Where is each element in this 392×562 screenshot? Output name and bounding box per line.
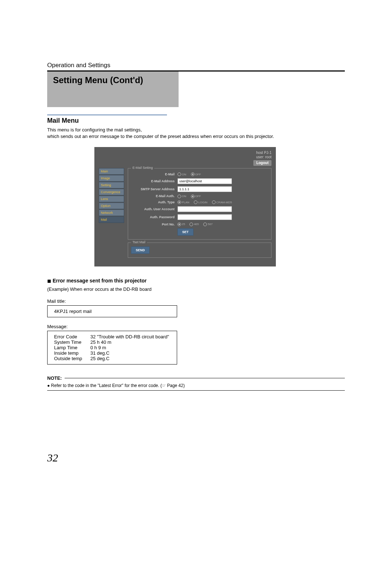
mail-menu-ui: host PJ-1 user: root Logout Main Image S… bbox=[94, 147, 276, 266]
set-button[interactable]: SET bbox=[177, 228, 193, 236]
note-label: NOTE: bbox=[47, 375, 62, 381]
auth-login-radio[interactable] bbox=[194, 200, 197, 204]
error-message-heading: ■Error message sent from this projector bbox=[47, 277, 345, 285]
email-address-label: E-Mail Address bbox=[131, 179, 177, 183]
nav-network[interactable]: Network bbox=[99, 209, 124, 216]
auth-user-input[interactable] bbox=[177, 206, 232, 212]
host-label: host PJ-1 bbox=[256, 151, 271, 155]
mail-title-box: 4KPJ1 report mail bbox=[47, 305, 177, 317]
port-label: Port No. bbox=[131, 223, 177, 226]
auth-plan-radio[interactable] bbox=[177, 200, 181, 204]
note-body: ● Refer to the code in the "Latest Error… bbox=[47, 381, 345, 391]
breadcrumb: Operation and Settings bbox=[47, 62, 345, 69]
nav-convergence[interactable]: Convergence bbox=[99, 189, 124, 195]
mail-title-label: Mail title: bbox=[47, 298, 345, 304]
auth-cram-radio[interactable] bbox=[212, 200, 216, 204]
auth-user-label: Auth. User Account bbox=[131, 207, 177, 211]
smtp-input[interactable] bbox=[177, 186, 232, 192]
square-bullet-icon: ■ bbox=[47, 277, 51, 285]
ui-header: host PJ-1 user: root Logout bbox=[99, 151, 271, 166]
message-row: Inside temp31 deg.C bbox=[54, 350, 170, 356]
logout-button[interactable]: Logout bbox=[253, 160, 271, 166]
nav-main[interactable]: Main bbox=[99, 168, 124, 175]
send-button[interactable]: SEND bbox=[131, 247, 150, 254]
nav-mail[interactable]: Mail bbox=[99, 216, 124, 223]
test-mail-legend: Tset Mail bbox=[131, 240, 147, 244]
email-on-radio[interactable] bbox=[177, 172, 181, 176]
page-number: 32 bbox=[47, 452, 58, 464]
email-setting-fieldset: E-Mail Setting E-Mail ON OFF E-Mail Addr… bbox=[128, 168, 271, 240]
message-row: Error Code32 "Trouble with DD-RB circuit… bbox=[54, 334, 170, 339]
user-label: user: root bbox=[256, 155, 271, 159]
smtp-label: SMTP Server Address bbox=[131, 187, 177, 191]
page-title: Setting Menu (Cont'd) bbox=[53, 75, 173, 85]
email-auth-label: E-Mail Auth. bbox=[131, 194, 177, 198]
message-row: Lamp Time0 h 9 m bbox=[54, 345, 170, 350]
nav-lens[interactable]: Lens bbox=[99, 196, 124, 202]
message-row: System Time25 h 40 m bbox=[54, 339, 170, 345]
auth-type-label: Auth. Type bbox=[131, 200, 177, 204]
note-line bbox=[65, 378, 345, 378]
auth-password-input[interactable] bbox=[177, 214, 232, 220]
email-setting-legend: E-Mail Setting bbox=[131, 166, 154, 170]
message-row: Outside temp25 deg.C bbox=[54, 356, 170, 361]
example-text: (Example) When error occurs at the DD-RB… bbox=[47, 286, 345, 292]
port-587-radio[interactable] bbox=[203, 223, 207, 226]
email-off-radio[interactable] bbox=[191, 172, 195, 176]
email-label: E-Mail bbox=[131, 172, 177, 176]
message-label: Message: bbox=[47, 324, 345, 329]
port-465-radio[interactable] bbox=[189, 223, 193, 226]
message-box: Error Code32 "Trouble with DD-RB circuit… bbox=[47, 331, 177, 365]
test-mail-fieldset: Tset Mail SEND bbox=[128, 243, 271, 258]
port-25-radio[interactable] bbox=[177, 223, 181, 226]
nav-setting[interactable]: Setting bbox=[99, 182, 124, 188]
section-title: Mail Menu bbox=[47, 114, 167, 125]
nav-option[interactable]: Option bbox=[99, 203, 124, 209]
auth-off-radio[interactable] bbox=[191, 195, 195, 198]
auth-on-radio[interactable] bbox=[177, 195, 181, 198]
nav-image[interactable]: Image bbox=[99, 175, 124, 182]
note-block: NOTE: ● Refer to the code in the "Latest… bbox=[47, 375, 345, 391]
email-address-input[interactable] bbox=[177, 178, 232, 184]
description: This menu is for configuring the mail se… bbox=[47, 127, 345, 140]
banner: Setting Menu (Cont'd) bbox=[47, 72, 179, 107]
sidebar-nav: Main Image Setting Convergence Lens Opti… bbox=[99, 168, 124, 261]
auth-password-label: Auth. Password bbox=[131, 215, 177, 219]
